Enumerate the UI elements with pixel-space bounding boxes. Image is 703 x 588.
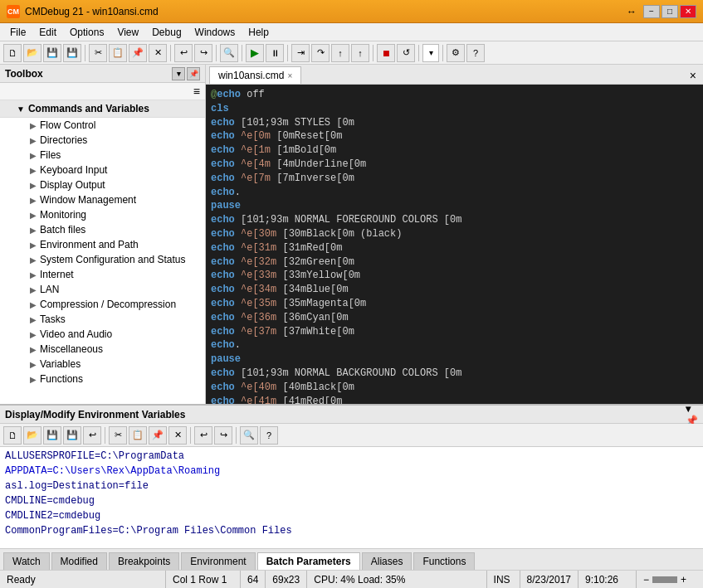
env-vars-content[interactable]: ALLUSERSPROFILE=C:\ProgramData APPDATA=C… <box>0 447 703 548</box>
env-copy-btn[interactable]: 📋 <box>129 426 147 445</box>
toolbar-dropdown[interactable]: ▾ <box>422 44 439 62</box>
toolbox-item-flow-control[interactable]: ▶ Flow Control <box>0 118 205 133</box>
menu-item-edit[interactable]: Edit <box>32 25 63 40</box>
bottom-tab-watch[interactable]: Watch <box>3 552 50 570</box>
toolbox-item-display[interactable]: ▶ Display Output <box>0 177 205 192</box>
restart-button[interactable]: ↺ <box>397 44 415 62</box>
close-button[interactable]: ✕ <box>680 5 696 18</box>
zoom-minus-icon[interactable]: − <box>643 574 649 586</box>
bottom-tab-environment[interactable]: Environment <box>181 552 255 570</box>
env-new-btn[interactable]: 🗋 <box>3 426 22 445</box>
env-back-btn[interactable]: ↩ <box>83 426 101 445</box>
menu-item-view[interactable]: View <box>110 25 145 40</box>
toolbox-item-misc[interactable]: ▶ Miscellaneous <box>0 342 205 357</box>
tab-close-all-icon[interactable]: × <box>686 67 700 84</box>
new-button[interactable]: 🗋 <box>3 44 22 62</box>
bottom-tab-breakpoints[interactable]: Breakpoints <box>109 552 179 570</box>
app-title: CMDebug 21 - win10ansi.cmd <box>25 6 627 17</box>
status-ready: Ready <box>0 571 166 588</box>
minimize-button[interactable]: − <box>643 5 660 18</box>
bottom-panel-controls: ▾ 📌 <box>686 403 698 426</box>
env-cut-btn[interactable]: ✂ <box>109 426 127 445</box>
item-arrow: ▶ <box>30 375 37 384</box>
env-find-btn[interactable]: 🔍 <box>240 426 258 445</box>
section-commands-variables[interactable]: ▼ Commands and Variables <box>0 100 205 118</box>
env-open-btn[interactable]: 📂 <box>23 426 41 445</box>
env-help-btn[interactable]: ? <box>260 426 278 445</box>
env-undo-btn[interactable]: ↩ <box>194 426 212 445</box>
step-over-button[interactable]: ↷ <box>311 44 330 62</box>
toolbox-pin-btn[interactable]: 📌 <box>187 67 200 80</box>
toolbox-item-tasks[interactable]: ▶ Tasks <box>0 312 205 327</box>
toolbox-item-env-path[interactable]: ▶ Environment and Path <box>0 237 205 252</box>
toolbox-dropdown-btn[interactable]: ▾ <box>172 67 185 80</box>
item-label: Display Output <box>40 179 105 191</box>
env-delete-btn[interactable]: ✕ <box>168 426 187 445</box>
status-ins-text: INS <box>494 574 510 586</box>
step-out-button[interactable]: ↑ <box>331 44 349 62</box>
toolbox-item-internet[interactable]: ▶ Internet <box>0 267 205 282</box>
toolbox-item-lan[interactable]: ▶ LAN <box>0 282 205 297</box>
status-date: 8/23/2017 <box>520 571 579 588</box>
toolbox-item-functions[interactable]: ▶ Functions <box>0 372 205 386</box>
toolbox-item-compression[interactable]: ▶ Compression / Decompression <box>0 297 205 312</box>
env-redo-btn[interactable]: ↪ <box>214 426 232 445</box>
toolbox-item-directories[interactable]: ▶ Directories <box>0 133 205 148</box>
step-back-button[interactable]: ↑ <box>351 44 369 62</box>
item-arrow: ▶ <box>30 121 37 130</box>
toolbox-item-variables[interactable]: ▶ Variables <box>0 357 205 372</box>
undo-button[interactable]: ↩ <box>174 44 193 62</box>
save-button[interactable]: 💾 <box>43 44 61 62</box>
help-button[interactable]: ? <box>466 44 485 62</box>
cut-button[interactable]: ✂ <box>89 44 107 62</box>
menu-item-windows[interactable]: Windows <box>188 25 242 40</box>
step-button[interactable]: ⇥ <box>291 44 310 62</box>
run-button[interactable]: ▶ <box>246 44 264 62</box>
toolbox-item-monitoring[interactable]: ▶ Monitoring <box>0 207 205 222</box>
menu-item-file[interactable]: File <box>3 25 32 40</box>
menu-item-help[interactable]: Help <box>242 25 276 40</box>
open-button[interactable]: 📂 <box>23 44 41 62</box>
find-button[interactable]: 🔍 <box>220 44 238 62</box>
toolbox-item-sys-config[interactable]: ▶ System Configuration and Status <box>0 252 205 267</box>
bottom-panel-dropdown-btn[interactable]: ▾ <box>686 403 698 415</box>
toolbox-item-batch[interactable]: ▶ Batch files <box>0 222 205 237</box>
toolbox-item-files[interactable]: ▶ Files <box>0 148 205 163</box>
toolbox-item-window-mgmt[interactable]: ▶ Window Management <box>0 192 205 207</box>
env-save-btn[interactable]: 💾 <box>43 426 61 445</box>
menu-item-debug[interactable]: Debug <box>145 25 188 40</box>
separator-8 <box>442 45 443 61</box>
toolbox-item-video-audio[interactable]: ▶ Video and Audio <box>0 327 205 342</box>
bottom-tab-functions[interactable]: Functions <box>413 552 475 570</box>
item-label: Directories <box>40 134 87 146</box>
menu-item-options[interactable]: Options <box>63 25 110 40</box>
status-ready-text: Ready <box>7 574 36 586</box>
toolbox-controls: ▾ 📌 <box>172 67 200 80</box>
paste-button[interactable]: 📌 <box>129 44 147 62</box>
item-label: Keyboard Input <box>40 164 107 176</box>
status-zoom: − + <box>637 571 703 588</box>
maximize-button[interactable]: □ <box>662 5 678 18</box>
item-label: Environment and Path <box>40 239 139 250</box>
save-all-button[interactable]: 💾 <box>63 44 81 62</box>
toolbox-item-keyboard[interactable]: ▶ Keyboard Input <box>0 163 205 177</box>
item-arrow: ▶ <box>30 270 37 279</box>
stop-button[interactable]: ⏹ <box>377 44 395 62</box>
editor-tab-win10ansi[interactable]: win10ansi.cmd × <box>209 66 301 84</box>
config-button[interactable]: ⚙ <box>447 44 465 62</box>
bottom-tab-modified[interactable]: Modified <box>51 552 107 570</box>
delete-button[interactable]: ✕ <box>149 44 167 62</box>
toolbox-menu-icon[interactable]: ≡ <box>193 85 200 98</box>
tab-close-icon[interactable]: × <box>287 71 292 80</box>
code-editor[interactable]: @echo off cls echo [101;93m STYLES [0m e… <box>206 85 703 404</box>
copy-button[interactable]: 📋 <box>109 44 127 62</box>
bottom-tab-aliases[interactable]: Aliases <box>362 552 413 570</box>
redo-button[interactable]: ↪ <box>194 44 212 62</box>
zoom-plus-icon[interactable]: + <box>681 574 686 586</box>
pause-button[interactable]: ⏸ <box>266 44 284 62</box>
env-paste-btn[interactable]: 📌 <box>149 426 167 445</box>
env-save2-btn[interactable]: 💾 <box>63 426 81 445</box>
separator-3 <box>216 45 217 61</box>
main-area: Toolbox ▾ 📌 ≡ ▼ Commands and Variables ▶… <box>0 65 703 404</box>
bottom-tab-batch-parameters[interactable]: Batch Parameters <box>257 552 360 570</box>
